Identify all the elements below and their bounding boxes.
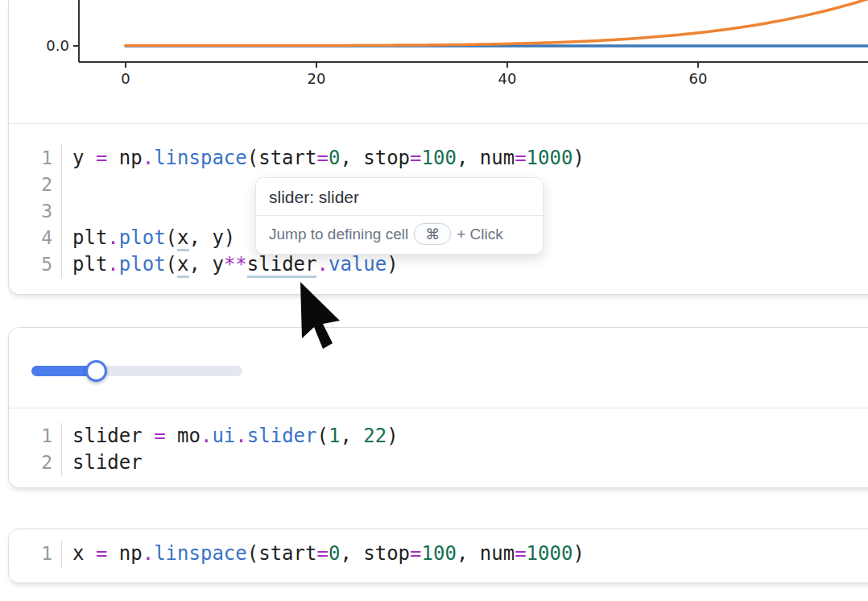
cell-x: 1x = np.linspace(start=0, stop=100, num=…	[8, 528, 868, 583]
code-token: , y	[189, 253, 224, 276]
tooltip-title: slider: slider	[256, 178, 543, 215]
code-token: (start	[247, 147, 317, 169]
code-token: slider	[247, 425, 317, 447]
line-chart: 0.00204060	[9, 0, 868, 123]
code-token: slider	[72, 451, 143, 474]
variable-link[interactable]: slider	[247, 253, 317, 278]
code-content: slider	[62, 450, 143, 476]
code-token: 0	[329, 542, 340, 565]
svg-text:20: 20	[308, 70, 326, 87]
code-token: 100	[422, 147, 457, 169]
code-token: =	[96, 542, 107, 565]
code-token: np	[107, 542, 142, 565]
tooltip-action-row: Jump to defining cell ⌘ + Click	[256, 216, 543, 254]
code-token: y	[72, 147, 96, 169]
slider-output	[9, 328, 868, 408]
plot-output: 0.00204060	[9, 0, 868, 123]
variable-link[interactable]: x	[177, 226, 188, 251]
line-number: 4	[9, 225, 62, 251]
code-content: slider = mo.ui.slider(1, 22)	[62, 423, 399, 450]
code-token: (start	[247, 542, 317, 565]
code-token: linspace	[154, 147, 247, 169]
code-token: plot	[119, 226, 166, 249]
code-line[interactable]: 1slider = mo.ui.slider(1, 22)	[9, 423, 868, 450]
svg-text:40: 40	[498, 70, 517, 87]
slider-track[interactable]	[31, 366, 242, 376]
tooltip-action-label: Jump to defining cell	[269, 226, 408, 243]
code-token: =	[515, 147, 526, 169]
code-token: )	[386, 425, 398, 447]
code-token: 1000	[527, 542, 573, 565]
code-token: 100	[422, 542, 457, 565]
code-token: 1	[329, 425, 340, 447]
code-token: =	[410, 542, 421, 565]
line-number: 2	[9, 450, 62, 476]
code-token: =	[515, 542, 526, 565]
code-line[interactable]: 1x = np.linspace(start=0, stop=100, num=…	[9, 541, 868, 567]
code-token: , num	[457, 147, 515, 169]
code-token: (	[166, 226, 177, 249]
code-token: plot	[119, 253, 166, 276]
mouse-cursor-icon	[300, 282, 342, 351]
code-token: , stop	[340, 542, 410, 565]
code-token: slider	[72, 425, 154, 447]
code-token: , y)	[189, 226, 236, 249]
command-key-icon: ⌘	[414, 223, 451, 245]
code-token: .	[143, 147, 154, 169]
code-token: (	[316, 425, 328, 447]
code-token: plt	[72, 226, 107, 249]
code-token: =	[410, 147, 421, 169]
code-token: ,	[340, 425, 363, 447]
svg-text:60: 60	[689, 70, 708, 87]
svg-text:0: 0	[121, 70, 130, 87]
line-number: 1	[9, 423, 62, 450]
code-editor-slider[interactable]: 1slider = mo.ui.slider(1, 22)2slider	[9, 408, 868, 487]
variable-link[interactable]: x	[177, 253, 188, 278]
line-number: 5	[9, 251, 62, 278]
code-token: =	[316, 542, 328, 565]
code-token: **	[224, 253, 247, 276]
code-token: .	[235, 425, 246, 447]
cell-slider: 1slider = mo.ui.slider(1, 22)2slider	[8, 327, 868, 488]
code-token: .	[107, 253, 118, 276]
code-line[interactable]: 2slider	[9, 450, 868, 476]
code-token: )	[572, 542, 584, 565]
code-token: np	[107, 147, 142, 169]
code-token: .	[316, 253, 328, 276]
line-number: 3	[9, 198, 62, 225]
code-token: =	[96, 147, 107, 169]
slider-thumb[interactable]	[85, 360, 107, 382]
code-token: , stop	[340, 147, 410, 169]
code-token: .	[143, 542, 154, 565]
code-line[interactable]: 1y = np.linspace(start=0, stop=100, num=…	[9, 145, 868, 172]
code-content: y = np.linspace(start=0, stop=100, num=1…	[62, 145, 585, 172]
code-token: value	[329, 253, 386, 276]
code-line[interactable]: 5plt.plot(x, y**slider.value)	[9, 251, 868, 278]
code-token: , num	[457, 542, 515, 565]
code-token: x	[72, 542, 96, 565]
code-token: =	[154, 425, 165, 447]
line-number: 1	[9, 541, 62, 567]
code-token: )	[386, 253, 398, 276]
tooltip-suffix: + Click	[457, 226, 503, 243]
svg-text:0.0: 0.0	[46, 37, 69, 54]
code-token: .	[107, 226, 118, 249]
code-token: mo	[166, 425, 200, 447]
code-token: ui	[212, 425, 235, 447]
code-token: 1000	[527, 147, 573, 169]
code-token: linspace	[154, 542, 247, 565]
code-editor-x[interactable]: 1x = np.linspace(start=0, stop=100, num=…	[9, 529, 868, 582]
code-token: 22	[363, 425, 386, 447]
line-number: 1	[9, 145, 62, 172]
variable-tooltip: slider: slider Jump to defining cell ⌘ +…	[255, 177, 544, 255]
code-token: .	[200, 425, 212, 447]
code-token: )	[572, 147, 584, 169]
code-content: x = np.linspace(start=0, stop=100, num=1…	[62, 541, 585, 567]
code-content: plt.plot(x, y**slider.value)	[62, 251, 399, 278]
code-token: =	[316, 147, 328, 169]
code-token: plt	[72, 253, 107, 276]
line-number: 2	[9, 172, 62, 198]
code-token: 0	[329, 147, 340, 169]
code-content: plt.plot(x, y)	[62, 225, 235, 251]
code-token: (	[166, 253, 177, 276]
